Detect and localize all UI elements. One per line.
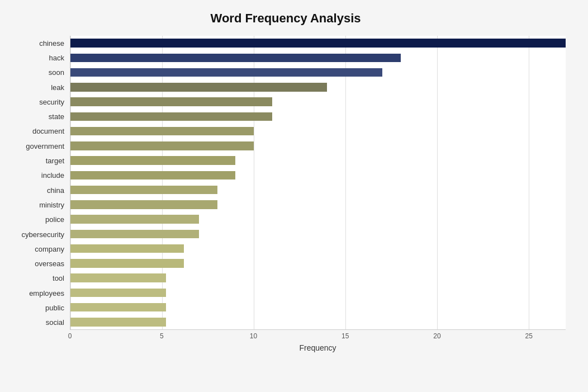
bar-document xyxy=(70,127,254,136)
bar-label-soon: soon xyxy=(6,65,70,80)
bar-employees xyxy=(70,289,166,297)
bar-label-chinese: chinese xyxy=(6,36,70,50)
bar-row-state xyxy=(70,109,566,124)
bar-row-employees xyxy=(70,285,566,300)
x-tick-10: 10 xyxy=(250,332,257,340)
bar-police xyxy=(70,215,199,224)
bar-security xyxy=(70,97,272,106)
bar-tool xyxy=(70,273,166,282)
bar-row-hack xyxy=(70,50,566,65)
x-tick-5: 5 xyxy=(160,332,164,340)
bar-social xyxy=(70,318,166,327)
bar-row-document xyxy=(70,124,566,139)
x-axis-label: Frequency xyxy=(70,343,566,352)
bar-leak xyxy=(70,83,327,92)
bar-row-include xyxy=(70,168,566,182)
bar-row-soon xyxy=(70,65,566,80)
bar-label-leak: leak xyxy=(6,80,70,95)
bar-row-public xyxy=(70,300,566,315)
bar-government xyxy=(70,141,254,150)
x-tick-20: 20 xyxy=(433,332,440,340)
bar-label-employees: employees xyxy=(6,286,70,300)
bar-hack xyxy=(70,54,401,63)
bar-cybersecurity xyxy=(70,230,199,239)
bar-state xyxy=(70,112,272,121)
bar-label-ministry: ministry xyxy=(6,197,70,212)
bar-ministry xyxy=(70,200,217,209)
bar-target xyxy=(70,156,235,165)
x-tick-0: 0 xyxy=(68,332,72,340)
bar-row-cybersecurity xyxy=(70,226,566,241)
y-axis-labels: chinesehacksoonleaksecuritystatedocument… xyxy=(6,36,70,330)
bar-overseas xyxy=(70,259,184,268)
bar-label-state: state xyxy=(6,109,70,124)
bar-row-china xyxy=(70,183,566,197)
bars-area xyxy=(70,36,566,330)
bar-label-public: public xyxy=(6,300,70,315)
x-tick-25: 25 xyxy=(525,332,533,340)
bar-row-social xyxy=(70,315,566,329)
chart-title: Word Frequency Analysis xyxy=(6,11,566,26)
bar-row-police xyxy=(70,212,566,226)
bar-china xyxy=(70,186,217,195)
bar-label-include: include xyxy=(6,168,70,183)
bar-label-china: china xyxy=(6,183,70,197)
bar-row-target xyxy=(70,153,566,168)
x-tick-15: 15 xyxy=(342,332,349,340)
bar-label-police: police xyxy=(6,212,70,227)
bar-label-company: company xyxy=(6,242,70,256)
bar-label-government: government xyxy=(6,139,70,153)
bar-row-leak xyxy=(70,80,566,95)
bar-row-chinese xyxy=(70,36,566,50)
bar-label-social: social xyxy=(6,315,70,330)
bar-include xyxy=(70,171,235,180)
bar-soon xyxy=(70,68,382,77)
bar-row-government xyxy=(70,139,566,153)
bar-label-overseas: overseas xyxy=(6,256,70,271)
bar-label-security: security xyxy=(6,95,70,109)
bar-row-tool xyxy=(70,271,566,285)
bar-public xyxy=(70,303,166,312)
bar-chinese xyxy=(70,39,566,48)
bar-label-hack: hack xyxy=(6,50,70,65)
bar-row-ministry xyxy=(70,197,566,212)
bar-label-target: target xyxy=(6,153,70,168)
bar-label-tool: tool xyxy=(6,271,70,286)
bar-row-security xyxy=(70,95,566,109)
bar-row-company xyxy=(70,242,566,256)
bar-label-document: document xyxy=(6,124,70,139)
bar-label-cybersecurity: cybersecurity xyxy=(6,227,70,242)
bar-row-overseas xyxy=(70,256,566,271)
chart-container: Word Frequency Analysis chinesehacksoonl… xyxy=(0,0,588,392)
bar-company xyxy=(70,244,184,253)
